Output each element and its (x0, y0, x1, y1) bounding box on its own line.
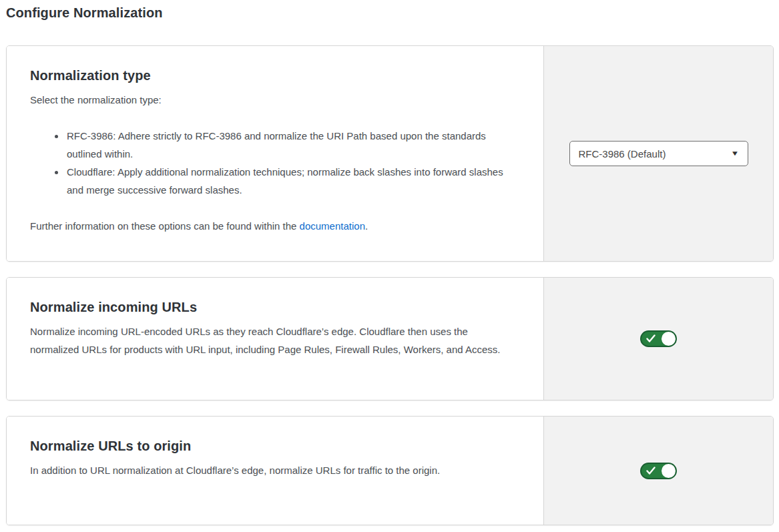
check-icon (646, 334, 656, 343)
card-normalization-type: Normalization type Select the normalizat… (6, 45, 774, 262)
card-normalize-incoming-urls: Normalize incoming URLs Normalize incomi… (6, 277, 774, 401)
footer-text: Further information on these options can… (30, 220, 300, 232)
card-intro: Select the normalization type: (30, 91, 510, 109)
card-normalize-incoming-urls-body: Normalize incoming URLs Normalize incomi… (7, 278, 543, 400)
card-normalize-urls-to-origin-side-panel (543, 417, 773, 525)
normalize-urls-to-origin-toggle[interactable] (640, 463, 677, 479)
list-item-rfc3986: RFC-3986: Adhere strictly to RFC-3986 an… (65, 127, 510, 163)
toggle-knob (662, 332, 676, 346)
card-normalization-type-side-panel: RFC-3986 (Default) ▼ (543, 46, 773, 261)
normalization-type-select-value: RFC-3986 (Default) (579, 148, 666, 160)
normalization-type-select[interactable]: RFC-3986 (Default) ▼ (569, 141, 748, 166)
normalization-options-list: RFC-3986: Adhere strictly to RFC-3986 an… (30, 127, 510, 199)
footer-period: . (365, 220, 368, 232)
card-normalize-urls-to-origin: Normalize URLs to origin In addition to … (6, 416, 774, 525)
check-icon (646, 467, 656, 475)
card-normalize-incoming-urls-side-panel (543, 278, 773, 400)
card-description: In addition to URL normalization at Clou… (30, 461, 510, 479)
chevron-down-icon: ▼ (730, 150, 739, 157)
documentation-link[interactable]: documentation (300, 220, 365, 232)
configure-normalization-page: Configure Normalization Normalization ty… (0, 0, 779, 532)
toggle-knob (662, 464, 676, 478)
card-normalize-urls-to-origin-body: Normalize URLs to origin In addition to … (7, 417, 543, 525)
list-item-cloudflare: Cloudflare: Apply additional normalizati… (65, 163, 510, 199)
normalize-incoming-urls-toggle[interactable] (640, 330, 677, 347)
card-title: Normalize URLs to origin (30, 439, 510, 454)
card-title: Normalize incoming URLs (30, 300, 510, 315)
page-title: Configure Normalization (6, 5, 774, 21)
card-description: Normalize incoming URL-encoded URLs as t… (30, 322, 510, 358)
card-footer: Further information on these options can… (30, 217, 510, 235)
card-normalization-type-body: Normalization type Select the normalizat… (7, 46, 543, 261)
card-title: Normalization type (30, 68, 510, 83)
